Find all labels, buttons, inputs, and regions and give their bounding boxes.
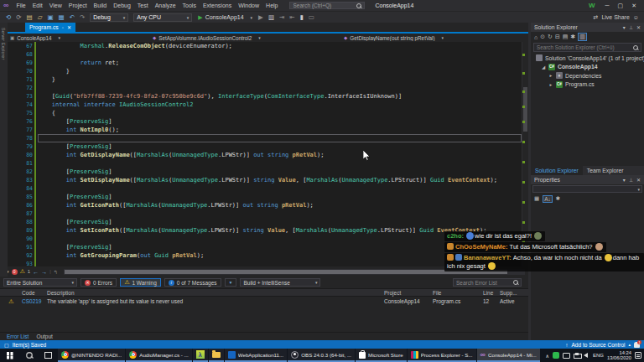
gpu-tray-icon[interactable] xyxy=(553,352,559,359)
breakpoint-margin[interactable] xyxy=(8,251,16,260)
chat-username[interactable]: ChOoSeMyNaMe: xyxy=(455,243,510,251)
account-button[interactable]: W xyxy=(589,2,595,9)
solution-explorer-search-box[interactable]: Search Solution Explorer (Ctrl+ü) xyxy=(533,43,641,52)
chevron-down-icon[interactable]: ▾ xyxy=(623,24,626,30)
taskbar-item-folder[interactable] xyxy=(209,349,224,362)
maximize-button[interactable]: ▢ xyxy=(614,3,628,8)
suppression-column-header[interactable]: Supp... xyxy=(500,290,528,296)
breakpoint-margin[interactable] xyxy=(8,67,16,75)
undo-icon[interactable]: ↶ xyxy=(67,13,77,21)
breakpoint-margin[interactable] xyxy=(8,59,16,67)
menu-test[interactable]: Test xyxy=(134,3,152,8)
open-folder-icon[interactable]: ▱ xyxy=(35,13,45,21)
tab-program-cs[interactable]: Program.cs ◦ ✕ xyxy=(25,23,75,32)
line-column-header[interactable]: Line xyxy=(483,290,500,296)
breakpoint-margin[interactable] xyxy=(8,134,16,142)
task-view-button[interactable] xyxy=(39,349,58,362)
chevron-down-icon[interactable]: ▾ xyxy=(623,177,626,183)
breakpoint-margin[interactable] xyxy=(8,92,16,101)
display-tray-icon[interactable] xyxy=(563,353,570,359)
file-column-header[interactable]: File xyxy=(433,290,483,296)
step-into-icon[interactable]: ⇤ xyxy=(287,13,297,21)
next-issue-icon[interactable]: → xyxy=(41,269,47,275)
notifications-bell-icon[interactable]: 1 xyxy=(634,342,640,348)
property-pages-icon[interactable]: ✱ xyxy=(556,195,560,202)
tab-error-list[interactable]: Error List xyxy=(7,334,29,339)
tree-item-program-cs[interactable]: ▸C#Program.cs xyxy=(531,80,644,90)
errors-filter-button[interactable]: ✕ 0 Errors xyxy=(80,278,117,287)
chat-username[interactable]: BananawaveYT: xyxy=(464,254,513,261)
pin-icon[interactable]: ⊥ xyxy=(629,177,633,183)
chat-username[interactable]: c2ho: xyxy=(447,232,465,240)
menu-help[interactable]: Help xyxy=(262,3,281,8)
chevron-up-icon[interactable]: ▴ xyxy=(628,342,631,347)
scrollbar-thumb[interactable] xyxy=(523,87,527,132)
breakpoint-margin[interactable] xyxy=(8,243,16,251)
error-scope-dropdown[interactable]: Entire Solution ▾ xyxy=(3,278,77,287)
breakpoint-margin[interactable] xyxy=(8,235,16,243)
breakpoint-margin[interactable] xyxy=(8,260,16,266)
menu-build[interactable]: Build xyxy=(91,3,111,8)
code-column-header[interactable]: Code xyxy=(22,290,47,296)
new-file-icon[interactable]: ▤ xyxy=(24,13,35,21)
properties-icon[interactable]: ✱ xyxy=(570,34,575,40)
breakpoint-margin[interactable] xyxy=(8,226,16,235)
chevron-expanded-icon[interactable]: ◢ xyxy=(541,65,546,70)
pending-changes-filter-icon[interactable]: ⊙ xyxy=(540,34,545,40)
taskbar-search-button[interactable] xyxy=(19,349,39,362)
tab-output[interactable]: Output xyxy=(36,334,53,339)
menu-file[interactable]: File xyxy=(13,3,29,8)
taskbar-clock[interactable]: 14:24 13/06/2020 xyxy=(607,350,631,361)
debug-configuration-dropdown[interactable]: Debug ▾ xyxy=(90,13,128,22)
breakpoint-margin[interactable] xyxy=(8,184,16,193)
breakpoint-margin[interactable] xyxy=(8,193,16,201)
step-over-icon[interactable]: ⇥ xyxy=(277,13,287,21)
breakpoint-margin[interactable] xyxy=(8,151,16,159)
error-count-icon[interactable]: 0 xyxy=(12,269,18,275)
taskbar-item-lambda[interactable]: λ xyxy=(193,349,208,362)
close-tab-icon[interactable]: ✕ xyxy=(67,24,71,30)
breakpoint-margin[interactable] xyxy=(8,126,16,134)
minimize-button[interactable]: ─ xyxy=(601,3,614,8)
build-intellisense-dropdown[interactable]: Build + IntelliSense ▾ xyxy=(240,278,320,287)
attach-process-icon[interactable]: ▶ xyxy=(256,13,266,21)
taskbar-item-nintendo-radi[interactable]: @NINTENDO RADI... xyxy=(58,349,125,362)
error-list-row[interactable]: ⚠CS0219The variable 'app' is assigned bu… xyxy=(0,297,528,306)
language-indicator[interactable]: ENG xyxy=(593,353,604,358)
chevron-collapsed-icon[interactable]: ▸ xyxy=(548,82,553,87)
breakpoint-margin[interactable] xyxy=(8,176,16,184)
close-icon[interactable]: ✕ xyxy=(636,177,641,183)
messages-filter-button[interactable]: i 0 of 7 Messages xyxy=(164,278,221,287)
action-center-icon[interactable] xyxy=(635,352,641,359)
breakpoint-margin[interactable] xyxy=(8,168,16,176)
menu-edit[interactable]: Edit xyxy=(29,3,46,8)
comment-icon[interactable]: ▭ xyxy=(306,13,317,21)
platform-dropdown[interactable]: Any CPU ▾ xyxy=(133,13,192,22)
warning-count-icon[interactable]: ⚠ xyxy=(20,268,25,275)
taskbar-item-audiomanager-cs[interactable]: AudioManager.cs - ... xyxy=(126,349,191,362)
categorized-icon[interactable]: ▦ xyxy=(534,195,539,202)
alphabetical-sort-icon[interactable]: A↓ xyxy=(543,195,553,203)
menu-debug[interactable]: Debug xyxy=(110,3,134,8)
tree-item-solution[interactable]: Solution 'ConsoleApp14' (1 of 1 project) xyxy=(531,54,644,63)
breakpoint-margin[interactable] xyxy=(8,84,16,92)
start-debugging-button[interactable]: ▶ ConsoleApp14 ▾ xyxy=(198,14,252,21)
breakpoint-margin[interactable] xyxy=(8,75,16,84)
breakpoint-margin[interactable] xyxy=(8,50,16,59)
menu-extensions[interactable]: Extensions xyxy=(200,3,235,8)
live-share-button[interactable]: Live Share xyxy=(601,14,629,20)
description-column-header[interactable]: Description xyxy=(47,290,384,296)
menu-view[interactable]: View xyxy=(46,3,65,8)
pin-icon[interactable]: ⊥ xyxy=(629,24,633,30)
close-icon[interactable]: ✕ xyxy=(636,24,641,30)
save-icon[interactable]: ▣ xyxy=(44,13,55,21)
taskbar-item-process-explorer-s[interactable]: Process Explorer - S... xyxy=(408,349,476,362)
collapse-all-icon[interactable]: ⊟ xyxy=(555,34,560,40)
breakpoint-margin[interactable] xyxy=(8,142,16,151)
breakpoint-margin[interactable] xyxy=(8,101,16,109)
breakpoint-margin[interactable] xyxy=(8,109,16,117)
home-icon[interactable]: ⌂ xyxy=(534,34,538,40)
properties-object-dropdown[interactable]: ▾ xyxy=(532,185,642,193)
tree-item-consoleapp14[interactable]: ◢C#ConsoleApp14 xyxy=(531,63,644,72)
start-button[interactable] xyxy=(0,349,19,362)
